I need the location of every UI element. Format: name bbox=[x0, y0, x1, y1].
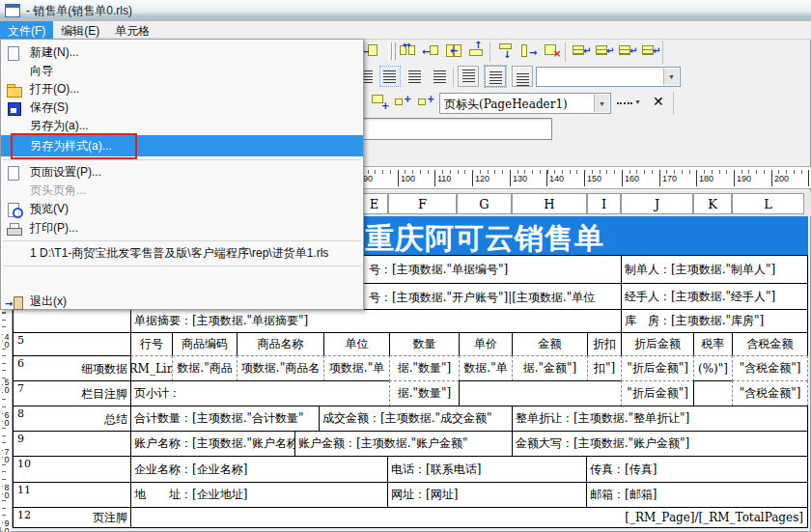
table-header-cell[interactable]: 数量 bbox=[389, 332, 460, 356]
cell-maker[interactable]: 制单人：[主项数据."制单人"] bbox=[621, 255, 808, 284]
append-band-icon[interactable]: + bbox=[416, 93, 435, 112]
detail-cell[interactable]: 数据."商品 bbox=[172, 355, 238, 381]
menu-item-preview[interactable]: 预览(V) bbox=[1, 200, 363, 218]
table-header-cell[interactable]: 行号 bbox=[130, 332, 173, 356]
chevron-down-icon[interactable]: ▼ bbox=[663, 69, 679, 85]
row-header[interactable]: 7栏目注脚 bbox=[13, 380, 131, 406]
detail-cell[interactable]: 据."金额"] bbox=[512, 355, 588, 381]
column-header[interactable]: J bbox=[621, 193, 693, 214]
cell-handler[interactable]: 经手人：[主项数据."经手人"] bbox=[621, 283, 808, 310]
band-label-summary[interactable]: 总结 bbox=[104, 410, 127, 427]
style-combobox[interactable]: ▼ bbox=[536, 67, 681, 87]
band-selector-combobox[interactable]: 页标头(PageHeader1) ▼ bbox=[439, 93, 611, 114]
import-icon[interactable]: ← bbox=[361, 42, 380, 61]
detail-cell[interactable]: 项数据."单 bbox=[323, 355, 390, 381]
summary-cell[interactable]: 成交金额：[主项数据."成交金额" bbox=[319, 406, 513, 432]
footer-qty-cell[interactable]: 据."数量"] bbox=[389, 380, 460, 406]
column-header[interactable]: H bbox=[512, 193, 587, 214]
align-right-icon[interactable] bbox=[406, 67, 425, 86]
page-number-cell[interactable]: [_RM_Page]/[_RM_TotalPages] bbox=[130, 507, 808, 528]
band-report-header-icon[interactable]: ↵ bbox=[571, 42, 590, 61]
insert-row-icon[interactable]: ↓ bbox=[496, 42, 516, 61]
table-header-cell[interactable]: 商品编码 bbox=[172, 332, 238, 356]
detail-cell[interactable]: (%)"] bbox=[693, 355, 733, 381]
menu-file[interactable]: 文件(F) bbox=[0, 21, 53, 39]
unmerge-cells-icon[interactable]: ↑ bbox=[467, 42, 487, 61]
row-header[interactable]: 5 bbox=[13, 332, 131, 356]
table-header-cell[interactable]: 税率 bbox=[693, 332, 733, 356]
menu-item-print[interactable]: 打印(P)... bbox=[1, 218, 363, 238]
detail-cell[interactable]: "折后金额"] bbox=[621, 355, 694, 381]
detail-cell[interactable]: RM_Lin bbox=[130, 355, 173, 381]
row-header[interactable]: 10 bbox=[13, 456, 131, 483]
footer-taxed-cell[interactable]: "含税金额"] bbox=[732, 380, 808, 406]
delete-band-button[interactable]: ✕ bbox=[649, 92, 668, 111]
table-header-cell[interactable]: 折后金额 bbox=[621, 332, 694, 356]
chevron-down-icon[interactable]: ▼ bbox=[594, 95, 609, 112]
footer-label-cell[interactable]: 页小计： bbox=[130, 380, 390, 406]
menu-item-open[interactable]: 打开(O)... bbox=[1, 80, 363, 98]
footer-empty-cell[interactable] bbox=[459, 380, 622, 406]
table-header-cell[interactable]: 金额 bbox=[512, 332, 588, 356]
band-label-column-footer[interactable]: 栏目注脚 bbox=[81, 385, 127, 402]
menu-item-wizard[interactable]: 向导 bbox=[1, 62, 363, 80]
toolbar-grip[interactable] bbox=[392, 42, 396, 60]
column-header[interactable]: G bbox=[457, 193, 512, 214]
valign-middle-icon[interactable] bbox=[485, 66, 506, 87]
address-cell[interactable]: 地 址：[企业地址] bbox=[130, 482, 388, 508]
add-band-icon[interactable]: + bbox=[370, 93, 389, 112]
align-justify-icon[interactable] bbox=[431, 67, 450, 86]
phone-cell[interactable]: 电话：[联系电话] bbox=[387, 456, 587, 483]
cell-warehouse[interactable]: 库 房：[主项数据."库房"] bbox=[621, 309, 808, 333]
menu-item-exit[interactable]: → 退出(x) bbox=[1, 293, 363, 311]
row-header[interactable] bbox=[13, 309, 131, 333]
band-label-page-footer[interactable]: 页注脚 bbox=[93, 510, 127, 526]
cell-summary[interactable]: 单据摘要：[主项数据."单据摘要"] bbox=[130, 309, 622, 333]
table-header-cell[interactable]: 折扣 bbox=[587, 332, 622, 356]
footer-empty-cell[interactable] bbox=[693, 380, 733, 406]
column-header[interactable]: I bbox=[587, 193, 621, 214]
email-cell[interactable]: 邮箱：[邮箱] bbox=[586, 482, 808, 508]
column-header[interactable]: F bbox=[388, 193, 457, 214]
row-header[interactable]: 8总结 bbox=[13, 406, 131, 432]
row-header[interactable]: 11 bbox=[13, 482, 131, 508]
menu-edit[interactable]: 编辑(E) bbox=[53, 21, 107, 39]
add-sub-band-icon[interactable]: + bbox=[393, 93, 412, 112]
table-header-cell[interactable]: 单位 bbox=[323, 332, 390, 356]
footer-discounted-cell[interactable]: "折后金额"] bbox=[621, 380, 694, 406]
row-header[interactable]: 9 bbox=[13, 431, 131, 457]
split-cell-icon[interactable]: ↔ bbox=[398, 42, 417, 61]
column-header[interactable]: L bbox=[732, 193, 804, 214]
detail-cell[interactable]: "含税金额"] bbox=[732, 355, 808, 381]
band-label-detail[interactable]: 细项数据 bbox=[81, 360, 127, 377]
row-header[interactable]: 6细项数据 bbox=[13, 355, 131, 381]
valign-top-icon[interactable] bbox=[458, 66, 479, 87]
column-header[interactable]: E bbox=[360, 193, 388, 214]
detail-cell[interactable]: 数据."单 bbox=[459, 355, 513, 381]
align-center-icon[interactable] bbox=[380, 67, 400, 86]
summary-cell[interactable]: 账户金额：[主项数据."账户金额" bbox=[294, 431, 513, 457]
summary-cell[interactable]: 合计数量：[主项数据."合计数量" bbox=[130, 406, 320, 432]
column-header[interactable]: K bbox=[693, 193, 732, 214]
summary-cell[interactable]: 金额大写：[主项数据."账户金额"] bbox=[512, 431, 808, 457]
line-style-button[interactable]: ▼ bbox=[615, 94, 644, 113]
website-cell[interactable]: 网址：[网址] bbox=[387, 482, 587, 508]
detail-cell[interactable]: 扣"] bbox=[587, 355, 622, 381]
menu-cell[interactable]: 单元格 bbox=[107, 21, 157, 39]
menu-item-save[interactable]: 保存(S) bbox=[1, 98, 363, 117]
menu-item-recent-file[interactable]: 1 D:\T1-商贸宝批发零售普及版\客户端程序\rep\进货单1.rls bbox=[1, 244, 363, 263]
table-header-cell[interactable]: 单价 bbox=[459, 332, 513, 356]
band-detail-icon[interactable]: ↵ bbox=[617, 42, 636, 61]
merge-left-icon[interactable]: ← bbox=[421, 42, 440, 61]
row-header[interactable]: 12页注脚 bbox=[13, 507, 131, 528]
menu-item-page-setup[interactable]: 页面设置(P)... bbox=[1, 163, 363, 182]
valign-bottom-icon[interactable] bbox=[512, 66, 533, 87]
fax-cell[interactable]: 传真：[传真] bbox=[586, 456, 808, 483]
detail-cell[interactable]: 据."数量"] bbox=[389, 355, 460, 381]
band-footer-icon[interactable]: ↵ bbox=[640, 42, 659, 61]
company-cell[interactable]: 企业名称：[企业名称] bbox=[130, 456, 388, 483]
summary-cell[interactable]: 账户名称：[主项数据."账户名称" bbox=[130, 431, 295, 457]
band-page-header-icon[interactable]: ↵ bbox=[594, 42, 613, 61]
summary-cell[interactable]: 整单折让：[主项数据."整单折让"] bbox=[512, 406, 808, 432]
insert-column-icon[interactable]: → bbox=[519, 42, 539, 61]
